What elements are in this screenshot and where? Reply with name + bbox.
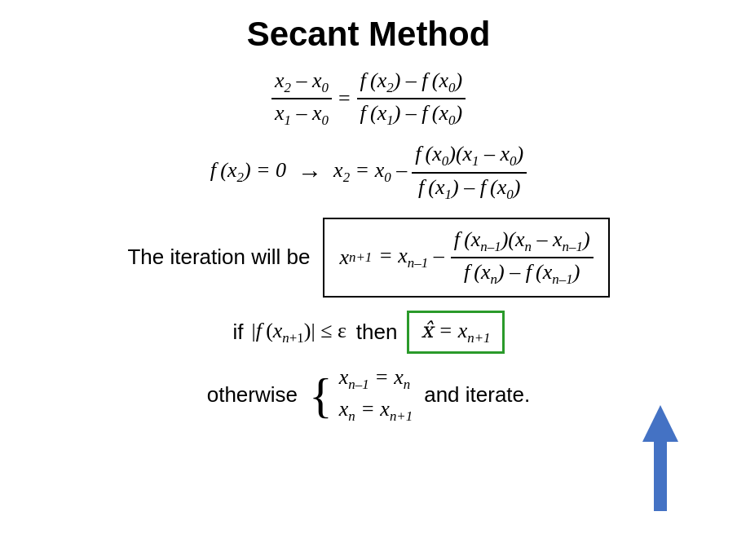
otherwise-row: otherwise { xn–1 = xn xn = xn+1 and iter… (207, 365, 531, 424)
frac-iter-num: f (xn–1)(xn – xn–1) (451, 227, 594, 258)
abs-expr: |f (xn+1)| ≤ ε (251, 319, 346, 346)
frac-iter: f (xn–1)(xn – xn–1) f (xn) – f (xn–1) (451, 227, 594, 288)
frac-lhs-num: x2 – x0 (271, 68, 332, 99)
frac-rhs: f (x2) – f (x0) f (x1) – f (x0) (357, 68, 466, 129)
brace-line-1: xn–1 = xn (339, 365, 413, 393)
iteration-box: xn+1 = xn–1 – f (xn–1)(xn – xn–1) f (xn)… (323, 218, 609, 298)
formula-1-lhs: x2 – x0 x1 – x0 (271, 68, 332, 129)
formula-1-rhs: f (x2) – f (x0) f (x1) – f (x0) (357, 68, 466, 129)
formula-2-lhs: f (x2) = 0 (210, 158, 286, 186)
if-row: if |f (xn+1)| ≤ ε then x̂ = xn+1 (232, 311, 504, 354)
left-brace-icon: { (309, 371, 333, 420)
frac-2-den: f (x1) – f (x0) (415, 174, 524, 203)
brace-line-2: xn = xn+1 (339, 397, 413, 425)
formula-2-rhs-frac: f (x0)(x1 – x0) f (x1) – f (x0) (412, 142, 527, 202)
formula-2: f (x2) = 0 → x2 = x0 – f (x0)(x1 – x0) f… (210, 142, 527, 202)
brace-system: { xn–1 = xn xn = xn+1 (309, 365, 413, 424)
iteration-row: The iteration will be xn+1 = xn–1 – f (x… (127, 218, 609, 298)
frac-iter-den: f (xn) – f (xn–1) (461, 258, 583, 288)
otherwise-label: otherwise (207, 382, 298, 408)
brace-lines: xn–1 = xn xn = xn+1 (339, 365, 413, 424)
then-label: then (356, 320, 398, 345)
formula-2-rhs-prefix: x2 = x0 – (333, 158, 407, 186)
svg-marker-1 (642, 405, 678, 442)
if-label: if (232, 320, 243, 345)
frac-lhs-den: x1 – x0 (271, 99, 332, 129)
and-iterate-label: and iterate. (424, 382, 530, 408)
frac-lhs: x2 – x0 x1 – x0 (271, 68, 332, 129)
frac-2: f (x0)(x1 – x0) f (x1) – f (x0) (412, 142, 527, 202)
blue-arrow-icon (642, 405, 678, 511)
green-box-result: x̂ = xn+1 (407, 311, 504, 354)
formula-1: x2 – x0 x1 – x0 = f (x2) – f (x0) f (x1)… (271, 68, 466, 129)
frac-rhs-num: f (x2) – f (x0) (357, 68, 466, 99)
frac-rhs-den: f (x1) – f (x0) (357, 99, 466, 129)
svg-rect-0 (654, 438, 667, 511)
iteration-label: The iteration will be (127, 245, 310, 270)
arrow-symbol: → (298, 159, 322, 187)
frac-2-num: f (x0)(x1 – x0) (412, 142, 527, 173)
page-title: Secant Method (247, 15, 491, 54)
equals-sign-1: = (338, 86, 351, 111)
page: Secant Method x2 – x0 x1 – x0 = f (x2) –… (0, 0, 737, 560)
